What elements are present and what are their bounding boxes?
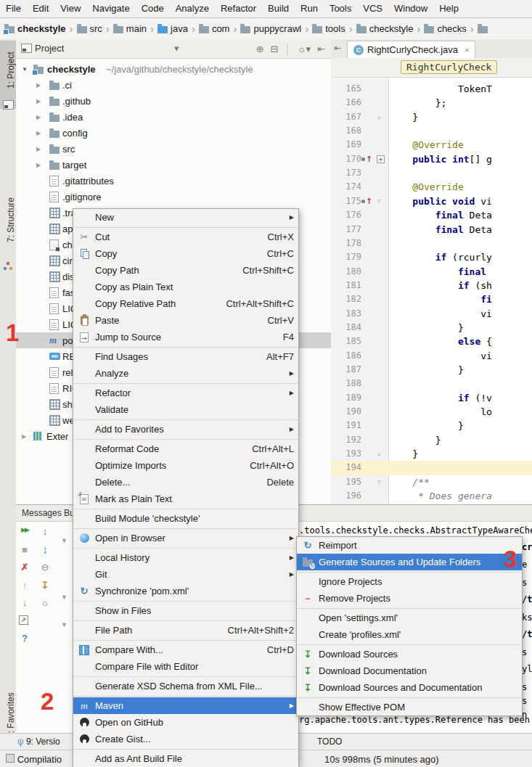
menu-item-analyze[interactable]: Analyze▶ <box>73 365 298 382</box>
breadcrumb-com[interactable]: com <box>199 23 230 34</box>
menu-item-find-usages[interactable]: Find UsagesAlt+F7 <box>73 348 298 365</box>
menu-item-optimize-imports[interactable]: Optimize ImportsCtrl+Alt+O <box>73 457 298 474</box>
close-icon[interactable]: ✗ <box>19 562 30 573</box>
breadcrumb-tools[interactable]: tools <box>312 23 345 34</box>
tree-item-checkstyle-root[interactable]: ▼checkstyle~/java/github/checkstyle/chec… <box>16 61 331 77</box>
menu-item-download-sources[interactable]: ↧Download Sources <box>297 646 522 663</box>
tree-item-ci[interactable]: ▶.ci <box>16 77 331 93</box>
editor-tab-rightcurlycheck[interactable]: C RightCurlyCheck.java × <box>347 41 475 58</box>
menu-item-download-documentation[interactable]: ↧Download Documentation <box>297 663 522 679</box>
breadcrumb-src[interactable]: src <box>77 23 102 34</box>
menu-item-cut[interactable]: ✂CutCtrl+X <box>73 229 298 245</box>
chevron-collapsed-icon[interactable]: ▼ <box>61 594 67 601</box>
menu-item-copy-path[interactable]: Copy PathCtrl+Shift+C <box>73 262 298 279</box>
tree-item-gitignore[interactable]: .gitignore <box>16 189 331 205</box>
menu-item-show-in-files[interactable]: Show in Files <box>73 602 298 619</box>
menu-refactor[interactable]: Refactor <box>215 0 262 17</box>
version-control-tab[interactable]: ψ 9: Versio <box>17 737 60 747</box>
tab-close-icon[interactable]: × <box>465 46 469 54</box>
menu-item-mark-as-plain-text[interactable]: Mark as Plain Text <box>73 491 298 507</box>
menu-item-compare-with[interactable]: Compare With...Ctrl+D <box>73 641 298 658</box>
chevron-expanded-icon[interactable]: ▼ <box>22 66 28 73</box>
menu-item-add-as-ant-build-file[interactable]: Add as Ant Build File <box>73 750 298 767</box>
menu-item-create-gist[interactable]: Create Gist... <box>73 731 298 747</box>
chevron-collapsed-icon[interactable]: ▼ <box>61 621 67 628</box>
menu-item-build-module-checkstyle[interactable]: Build Module 'checkstyle' <box>73 510 298 527</box>
menu-item-synchronize-pom-xml[interactable]: ↻Synchronize 'pom.xml' <box>73 583 298 599</box>
breadcrumb-main[interactable]: main <box>113 23 147 34</box>
menu-window[interactable]: Window <box>388 0 433 17</box>
menu-item-copy-relative-path[interactable]: Copy Relative PathCtrl+Alt+Shift+C <box>73 295 298 312</box>
export-icon[interactable]: ↗ <box>19 615 28 625</box>
chevron-collapsed-icon[interactable]: ▶ <box>22 433 26 440</box>
menu-item-file-path[interactable]: File PathCtrl+Alt+Shift+2 <box>73 622 298 639</box>
chevron-collapsed-icon[interactable]: ▶ <box>36 146 41 152</box>
chevron-collapsed-icon[interactable]: ▼ <box>61 537 67 544</box>
breadcrumb-checkstyle[interactable]: checkstyle <box>356 23 414 34</box>
menu-item-create-profiles-xml[interactable]: Create 'profiles.xml' <box>297 626 522 643</box>
rerun-icon[interactable]: ▶▶ <box>19 526 30 533</box>
import-icon[interactable]: ↧ <box>39 580 51 591</box>
tree-item-config[interactable]: ▶config <box>16 125 331 141</box>
menu-run[interactable]: Run <box>295 0 324 17</box>
help-icon[interactable]: ? <box>19 633 30 644</box>
chevron-down-icon[interactable]: ▾ <box>174 43 179 54</box>
menu-item-open-in-browser[interactable]: Open in Browser▶ <box>73 530 298 546</box>
todo-tab[interactable]: TODO <box>317 737 342 747</box>
hide-tabs-icon[interactable]: ⇤ <box>334 43 341 53</box>
fold-start-icon[interactable]: ▿ <box>377 194 381 208</box>
menu-file[interactable]: File <box>0 0 27 17</box>
menu-item-paste[interactable]: PasteCtrl+V <box>73 312 298 329</box>
fold-start-icon[interactable]: ▿ <box>377 475 381 489</box>
fold-end-icon[interactable]: ▵ <box>377 110 381 124</box>
menu-item-delete[interactable]: Delete...Delete <box>73 474 298 491</box>
menu-item-copy[interactable]: CopyCtrl+C <box>73 245 298 262</box>
code-area[interactable]: 165 TokenT166 };167▵ }168169 @Override17… <box>331 78 532 504</box>
menu-item-generate-xsd-schema-from-xml-file[interactable]: Generate XSD Schema from XML File... <box>73 678 298 694</box>
menu-item-remove-projects[interactable]: −Remove Projects <box>297 590 522 607</box>
hide-passed-icon[interactable]: ⊖ <box>39 562 51 573</box>
menu-help[interactable]: Help <box>433 0 465 17</box>
menu-item-reformat-code[interactable]: Reformat CodeCtrl+Alt+L <box>73 440 298 457</box>
menu-item-copy-as-plain-text[interactable]: Copy as Plain Text <box>73 279 298 295</box>
tree-item-target[interactable]: ▶target <box>16 157 331 173</box>
expand-all-icon[interactable]: ↕ <box>39 526 51 537</box>
locate-icon[interactable]: ⊕ <box>256 44 264 54</box>
menu-item-ignore-projects[interactable]: Ignore Projects <box>297 573 522 590</box>
collapse-all-icon[interactable]: ⊟ <box>271 44 279 54</box>
menu-item-generate-sources-and-update-folders[interactable]: Generate Sources and Update Folders <box>297 554 522 570</box>
menu-item-git[interactable]: Git▶ <box>73 566 298 583</box>
menu-item-reimport[interactable]: ↻Reimport <box>297 537 522 554</box>
menu-item-compare-file-with-editor[interactable]: Compare File with Editor <box>73 658 298 675</box>
editor-breadcrumb-chip[interactable]: RightCurlyCheck <box>401 60 497 74</box>
collapse-all-icon[interactable]: ↨ <box>39 544 51 555</box>
stop-icon[interactable]: ■ <box>19 544 30 555</box>
menu-item-open-settings-xml[interactable]: Open 'settings.xml' <box>297 610 522 626</box>
menu-item-local-history[interactable]: Local History▶ <box>73 549 298 566</box>
chevron-collapsed-icon[interactable]: ▶ <box>36 82 41 89</box>
menu-item-maven[interactable]: mMaven▶ <box>73 697 298 714</box>
fold-end-icon[interactable]: ▵ <box>377 447 381 461</box>
chevron-collapsed-icon[interactable]: ▶ <box>36 130 41 136</box>
gear-icon[interactable]: ☼▾ <box>298 44 311 54</box>
hide-panel-icon[interactable]: ⇤ <box>317 44 325 54</box>
menu-item-show-effective-pom[interactable]: Show Effective POM <box>297 699 522 715</box>
breadcrumb-puppycrawl[interactable]: puppycrawl <box>240 23 301 34</box>
tree-item-github[interactable]: ▶.github <box>16 93 331 109</box>
menu-item-jump-to-source[interactable]: Jump to SourceF4 <box>73 329 298 345</box>
tree-item-gitattributes[interactable]: .gitattributes <box>16 173 331 189</box>
chevron-collapsed-icon[interactable]: ▶ <box>36 98 41 104</box>
menu-code[interactable]: Code <box>136 0 170 17</box>
breadcrumb-checks[interactable]: checks <box>424 23 466 34</box>
tree-item-idea[interactable]: ▶.idea <box>16 109 331 125</box>
override-method-icon[interactable]: ↑ <box>366 154 372 165</box>
chevron-collapsed-icon[interactable]: ▶ <box>36 114 41 120</box>
override-method-icon[interactable]: ↑ <box>366 196 372 207</box>
menu-build[interactable]: Build <box>262 0 295 17</box>
sidebar-tab-structure[interactable]: 7: Structure <box>0 181 16 259</box>
prev-message-icon[interactable]: ↑ <box>19 580 30 591</box>
menu-edit[interactable]: Edit <box>27 0 54 17</box>
menu-item-new[interactable]: New▶ <box>73 209 298 226</box>
menu-item-validate[interactable]: Validate <box>73 401 298 418</box>
menu-view[interactable]: View <box>54 0 86 17</box>
